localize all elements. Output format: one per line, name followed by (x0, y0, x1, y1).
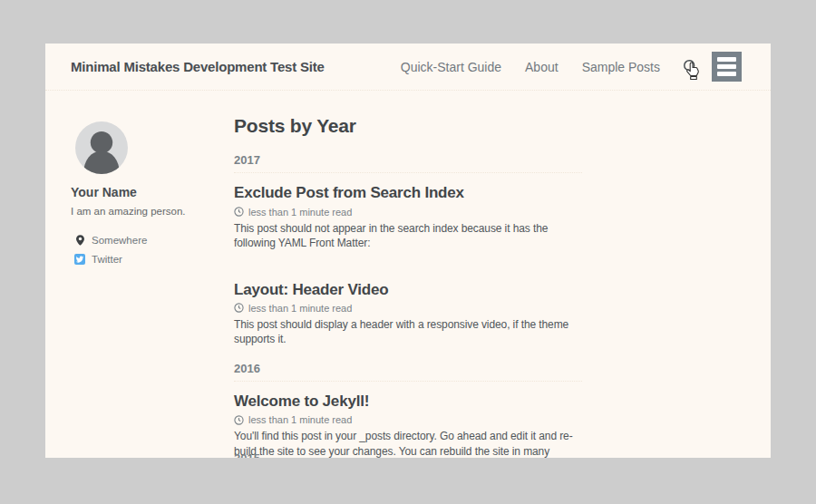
post-meta: less than 1 minute read (234, 303, 582, 314)
post-entry: Exclude Post from Search Index less than… (234, 184, 582, 250)
author-link-twitter[interactable]: Twitter (71, 254, 234, 265)
primary-nav: Quick-Start Guide About Sample Posts (401, 60, 660, 74)
year-section-2015-clipped: 2015 (234, 451, 582, 458)
post-meta: less than 1 minute read (234, 414, 582, 425)
read-time: less than 1 minute read (248, 207, 352, 218)
year-heading: 2016 (234, 362, 582, 382)
author-link-label: Twitter (92, 254, 122, 265)
search-button[interactable] (682, 57, 700, 77)
post-excerpt: This post should display a header with a… (234, 317, 582, 347)
year-section-2016: 2016 Welcome to Jekyll! less than 1 minu… (234, 362, 582, 458)
hamburger-bar (717, 72, 736, 76)
clock-icon (234, 303, 244, 313)
post-entry: Layout: Header Video less than 1 minute … (234, 281, 582, 347)
hamburger-menu-button[interactable] (712, 52, 742, 82)
author-link-label: Somewhere (92, 235, 147, 246)
nav-link-about[interactable]: About (525, 60, 559, 74)
avatar (75, 121, 128, 174)
author-bio: I am an amazing person. (71, 206, 234, 217)
post-excerpt: This post should not appear in the searc… (234, 221, 582, 251)
nav-link-quick-start-guide[interactable]: Quick-Start Guide (401, 60, 501, 74)
post-meta: less than 1 minute read (234, 207, 582, 218)
post-title-link[interactable]: Exclude Post from Search Index (234, 184, 464, 202)
archive-main: Posts by Year 2017 Exclude Post from Sea… (234, 91, 582, 458)
screenshot-canvas: { "masthead": { "site_title": "Minimal M… (0, 0, 816, 504)
nav-link-sample-posts[interactable]: Sample Posts (582, 60, 660, 74)
year-heading: 2015 (234, 451, 582, 458)
hamburger-bar (717, 64, 736, 69)
year-section-2017: 2017 Exclude Post from Search Index less… (234, 153, 582, 347)
masthead: Minimal Mistakes Development Test Site Q… (45, 44, 771, 91)
clock-icon (234, 415, 244, 425)
search-icon (683, 59, 699, 75)
site-page: Minimal Mistakes Development Test Site Q… (45, 44, 771, 458)
site-title-link[interactable]: Minimal Mistakes Development Test Site (71, 59, 401, 74)
read-time: less than 1 minute read (248, 303, 352, 314)
post-title-link[interactable]: Welcome to Jekyll! (234, 393, 369, 411)
map-marker-icon (74, 235, 85, 246)
author-sidebar: Your Name I am an amazing person. Somewh… (71, 91, 234, 458)
post-entry: Welcome to Jekyll! less than 1 minute re… (234, 393, 582, 458)
hamburger-bar (717, 57, 736, 62)
author-name: Your Name (71, 185, 234, 199)
author-link-location[interactable]: Somewhere (71, 235, 234, 246)
post-title-link[interactable]: Layout: Header Video (234, 281, 388, 299)
read-time: less than 1 minute read (248, 414, 352, 425)
twitter-icon (74, 254, 85, 265)
page-title: Posts by Year (234, 114, 582, 137)
clock-icon (234, 207, 244, 217)
author-links: Somewhere Twitter (71, 235, 234, 265)
year-heading: 2017 (234, 153, 582, 173)
content-area: Your Name I am an amazing person. Somewh… (45, 91, 771, 458)
